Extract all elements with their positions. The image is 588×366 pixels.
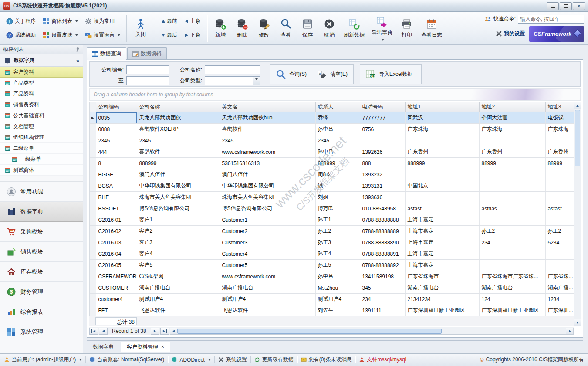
column-header-1[interactable]: 公司名称	[137, 102, 220, 112]
module-common-functions[interactable]: 常用功能	[0, 182, 83, 202]
company-type-select[interactable]	[205, 76, 260, 85]
view-button[interactable]: 查看	[276, 14, 296, 43]
collapse-icon[interactable]: «	[76, 57, 79, 64]
sidebar-item-8[interactable]: 三级菜单	[0, 154, 83, 165]
nav-last-button[interactable]	[160, 328, 169, 335]
import-excel-button[interactable]: XLS 导入Excel数据	[360, 65, 418, 84]
table-row[interactable]: BSSOFT 博S信息咨询有限公司 博S信息咨询有限公司 博万民 010-885…	[90, 203, 574, 214]
status-refresh-cache[interactable]: 更新缓存数据	[254, 356, 294, 363]
module-sales[interactable]: 销售模块	[0, 242, 83, 262]
company-no-from-input[interactable]	[126, 65, 169, 74]
scroll-right-button[interactable]	[566, 328, 573, 334]
export-dictionary-button[interactable]: 导出字典	[369, 14, 395, 43]
company-name-input[interactable]	[205, 65, 260, 74]
vscrollbar-track[interactable]	[574, 109, 581, 319]
status-system-settings[interactable]: 系统设置	[218, 356, 247, 363]
doc-tab-data-dictionary[interactable]: 数据字典	[87, 342, 120, 352]
select-dropdown-button[interactable]	[253, 77, 260, 85]
sidebar-item-5[interactable]: 文档管理	[0, 121, 83, 132]
module-system-admin[interactable]: 系统管理	[0, 322, 83, 342]
table-row[interactable]: 2345 2345 2345 2345	[90, 135, 574, 146]
cancel-button[interactable]: 取消	[319, 14, 339, 43]
table-row[interactable]: C2016-01 客户1 Customer1 孙工1 0788-88888888…	[90, 214, 574, 226]
company-no-to-input[interactable]	[126, 76, 169, 85]
set-language-button[interactable]: A 设置语言	[82, 29, 123, 42]
group-by-panel[interactable]: Drag a column header here to group by th…	[89, 88, 581, 101]
table-row[interactable]: BHE 珠海市美人鱼美容集团 珠海市美人鱼美容集团 刘姐 1393636	[90, 192, 574, 203]
sidebar-item-2[interactable]: 产品资料	[0, 88, 83, 99]
module-inventory[interactable]: 库存模块	[0, 262, 83, 282]
save-button[interactable]: 保存	[297, 14, 318, 43]
module-reports[interactable]: 综合报表	[0, 302, 83, 322]
table-row[interactable]: 0088 喜鹊软件XQERP 喜鹊软件 孙中吕 0756 广东珠海 广东珠海 广…	[90, 124, 574, 135]
sidebar-item-1[interactable]: 产品类型	[0, 78, 83, 88]
my-settings-link[interactable]: 我的设置	[496, 30, 525, 37]
column-header-2[interactable]: 英文名	[220, 102, 315, 112]
next-record-button[interactable]: 下条	[182, 29, 204, 42]
sidebar-item-4[interactable]: 公共基础资料	[0, 110, 83, 121]
refresh-data-button[interactable]: 刷新数据	[341, 14, 367, 43]
last-record-button[interactable]: 最后	[158, 29, 181, 42]
table-row[interactable]: C2016-05 客户5 Customer5 孙工5 0788-88888892…	[90, 260, 574, 271]
scrollbar-track[interactable]	[177, 328, 566, 334]
column-header-4[interactable]: 电话号码	[360, 102, 405, 112]
column-header-0[interactable]: 公司编码	[96, 102, 137, 112]
system-help-button[interactable]: ? 系统帮助	[3, 29, 39, 42]
table-row[interactable]: 444 喜鹊软件 www.csframework.com 孙中吕 1392626…	[90, 146, 574, 158]
prev-record-button[interactable]: 上条	[182, 15, 204, 28]
vscrollbar-thumb[interactable]	[575, 110, 580, 166]
close-form-button[interactable]: 关闭	[130, 14, 152, 43]
nav-prev-button[interactable]	[99, 328, 108, 335]
module-purchase[interactable]: 采购模块	[0, 222, 83, 242]
scroll-down-button[interactable]	[574, 319, 581, 326]
modify-button[interactable]: 修改	[254, 14, 274, 43]
module-data-dictionary[interactable]: 数据字典	[0, 202, 83, 222]
scroll-up-button[interactable]	[574, 102, 581, 109]
search-button[interactable]: 查询(S)	[270, 65, 312, 84]
first-record-button[interactable]: 最前	[158, 15, 181, 28]
sidebar-item-6[interactable]: 组织机构管理	[0, 132, 83, 143]
table-row[interactable]: CSFRAMEWORK C/S框架网 www.csframework.com 孙…	[90, 271, 574, 282]
column-header-7[interactable]: 地址3	[545, 102, 574, 112]
status-unread-messages[interactable]: 您有(0)条未读消息	[301, 356, 352, 363]
status-ado-direct[interactable]: ADODirect	[172, 357, 210, 363]
scroll-left-button[interactable]	[170, 328, 177, 334]
form-list-button[interactable]: 窗体列表	[40, 15, 81, 28]
table-row[interactable]: 8 888999 5361516316313 888999 888 888999…	[90, 158, 574, 169]
table-row[interactable]: BGSA 中华印钱集团有限公司 中华印钱集团有限公司 钱—— 1393131 中…	[90, 180, 574, 192]
table-row[interactable]: CUSTOMER 湖南广播电台 湖南广播电台 Ms.Zhou 345 湖南广播电…	[90, 282, 574, 294]
tab-data-edit[interactable]: 数据编辑	[127, 47, 167, 59]
column-header-5[interactable]: 地址1	[405, 102, 479, 112]
sidebar-item-9[interactable]: 测试窗体	[0, 165, 83, 176]
sidebar-item-0[interactable]: 客户资料	[0, 67, 83, 78]
about-program-button[interactable]: i 关于程序	[3, 15, 39, 28]
table-row[interactable]: customer4 测试用户4 测试用户4 测试用户4 234 21341234…	[90, 294, 574, 305]
sidebar-item-3[interactable]: 销售员资料	[0, 99, 83, 110]
horizontal-scrollbar[interactable]	[170, 328, 574, 335]
status-support-link[interactable]: 支持mssql/mysql	[359, 356, 406, 363]
print-button[interactable]: 打印	[397, 14, 417, 43]
view-log-button[interactable]: 查看日志	[419, 14, 445, 43]
vertical-scrollbar[interactable]	[574, 102, 581, 326]
column-header-3[interactable]: 联系人	[315, 102, 360, 112]
table-row[interactable]: C2016-04 客户4 Customer4 孙工4 0788-88888891…	[90, 248, 574, 260]
table-row[interactable]: C2016-02 客户2 Customer2 孙工2 0788-88888889…	[90, 226, 574, 237]
maximize-button[interactable]	[560, 2, 572, 10]
doc-tab-customer-management[interactable]: 客户资料管理 ×	[121, 342, 170, 352]
table-row[interactable]: BGGF 澳门八佰伴 澳门八佰伴 周8皮 1393232	[90, 169, 574, 180]
column-header-6[interactable]: 地址2	[479, 102, 545, 112]
delete-button[interactable]: 删除	[232, 14, 252, 43]
table-row[interactable]: ▶ 0035 天龙八部武功团伙 天龙八部武功团伙huo 乔锋 77777777 …	[90, 112, 574, 124]
minimize-button[interactable]	[547, 2, 559, 10]
close-tab-icon[interactable]: ×	[161, 344, 164, 350]
module-finance[interactable]: $ 财务管理	[0, 282, 83, 302]
sidebar-item-7[interactable]: 二级菜单	[0, 143, 83, 154]
sidebar-group-header[interactable]: 数据字典 «	[0, 54, 83, 67]
quick-command-input[interactable]	[518, 15, 584, 24]
pin-icon[interactable]	[74, 47, 80, 53]
scrollbar-thumb[interactable]	[177, 329, 442, 334]
close-button[interactable]: ×	[573, 2, 585, 10]
table-row[interactable]: FFT 飞恩达软件 飞恩达软件 刘先生 1391111 广东深圳福田新工业园区 …	[90, 305, 574, 316]
set-skin-button[interactable]: 设置皮肤	[40, 29, 81, 42]
table-row[interactable]: C2016-03 客户3 Customer3 孙工3 0788-88888890…	[90, 237, 574, 248]
